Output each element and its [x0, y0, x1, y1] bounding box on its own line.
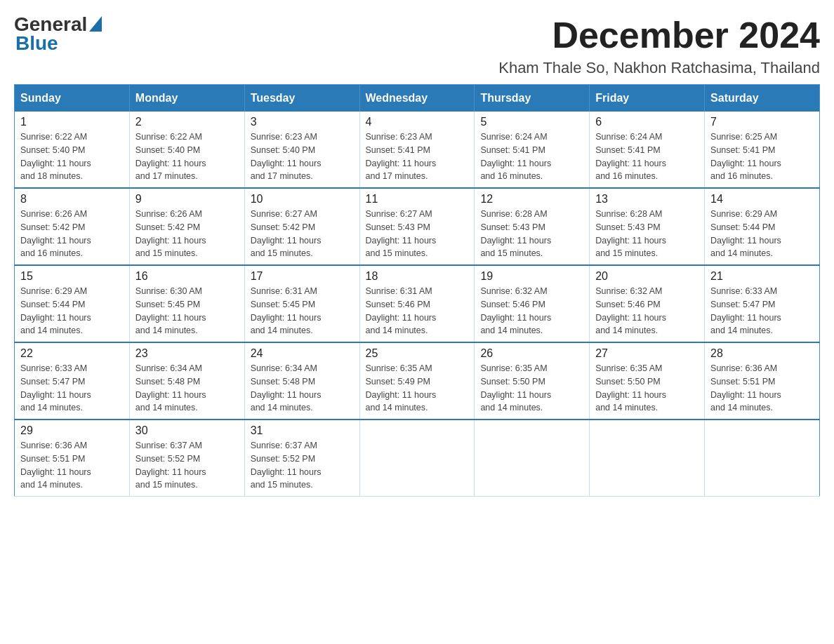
title-section: December 2024 Kham Thale So, Nakhon Ratc…	[498, 14, 820, 77]
day-number: 10	[251, 193, 354, 206]
calendar-day-cell: 5 Sunrise: 6:24 AMSunset: 5:41 PMDayligh…	[475, 112, 590, 188]
calendar-day-cell: 4 Sunrise: 6:23 AMSunset: 5:41 PMDayligh…	[359, 112, 475, 188]
day-number: 27	[595, 347, 699, 360]
calendar-day-cell: 25 Sunrise: 6:35 AMSunset: 5:49 PMDaylig…	[359, 342, 475, 420]
day-number: 5	[480, 116, 583, 128]
day-info: Sunrise: 6:26 AMSunset: 5:42 PMDaylight:…	[135, 208, 239, 260]
day-number: 9	[135, 193, 239, 206]
calendar-day-header: Saturday	[705, 85, 820, 112]
day-info: Sunrise: 6:26 AMSunset: 5:42 PMDaylight:…	[20, 208, 124, 260]
day-number: 1	[20, 116, 124, 128]
page-title: December 2024	[498, 14, 820, 56]
calendar-day-header: Monday	[129, 85, 244, 112]
day-info: Sunrise: 6:27 AMSunset: 5:42 PMDaylight:…	[251, 208, 354, 260]
day-info: Sunrise: 6:24 AMSunset: 5:41 PMDaylight:…	[480, 130, 583, 183]
day-number: 28	[710, 347, 814, 360]
day-info: Sunrise: 6:22 AMSunset: 5:40 PMDaylight:…	[135, 130, 239, 183]
day-info: Sunrise: 6:31 AMSunset: 5:46 PMDaylight:…	[366, 285, 469, 337]
day-number: 25	[366, 347, 469, 360]
calendar-day-header: Thursday	[475, 85, 590, 112]
day-info: Sunrise: 6:34 AMSunset: 5:48 PMDaylight:…	[251, 362, 354, 415]
calendar-day-cell: 21 Sunrise: 6:33 AMSunset: 5:47 PMDaylig…	[705, 265, 820, 342]
calendar-day-cell: 10 Sunrise: 6:27 AMSunset: 5:42 PMDaylig…	[244, 188, 359, 265]
calendar-day-cell: 15 Sunrise: 6:29 AMSunset: 5:44 PMDaylig…	[15, 265, 130, 342]
day-number: 3	[251, 116, 354, 128]
day-number: 21	[710, 270, 814, 283]
calendar-day-cell: 30 Sunrise: 6:37 AMSunset: 5:52 PMDaylig…	[129, 420, 244, 497]
day-number: 4	[366, 116, 469, 128]
calendar-day-cell: 9 Sunrise: 6:26 AMSunset: 5:42 PMDayligh…	[129, 188, 244, 265]
day-number: 22	[20, 347, 124, 360]
calendar-day-cell: 28 Sunrise: 6:36 AMSunset: 5:51 PMDaylig…	[705, 342, 820, 420]
day-number: 13	[595, 193, 699, 206]
calendar-day-cell: 1 Sunrise: 6:22 AMSunset: 5:40 PMDayligh…	[15, 112, 130, 188]
day-number: 19	[480, 270, 583, 283]
day-number: 26	[480, 347, 583, 360]
day-number: 30	[135, 424, 239, 437]
day-info: Sunrise: 6:32 AMSunset: 5:46 PMDaylight:…	[480, 285, 583, 337]
logo-triangle-icon	[89, 16, 102, 34]
day-info: Sunrise: 6:37 AMSunset: 5:52 PMDaylight:…	[251, 439, 354, 492]
day-info: Sunrise: 6:31 AMSunset: 5:45 PMDaylight:…	[251, 285, 354, 337]
day-number: 18	[366, 270, 469, 283]
day-info: Sunrise: 6:28 AMSunset: 5:43 PMDaylight:…	[595, 208, 699, 260]
calendar-day-header: Wednesday	[359, 85, 475, 112]
day-info: Sunrise: 6:35 AMSunset: 5:49 PMDaylight:…	[366, 362, 469, 415]
calendar-day-cell	[475, 420, 590, 497]
calendar-day-header: Sunday	[15, 85, 130, 112]
day-number: 31	[251, 424, 354, 437]
calendar-day-cell: 31 Sunrise: 6:37 AMSunset: 5:52 PMDaylig…	[244, 420, 359, 497]
calendar-day-cell: 16 Sunrise: 6:30 AMSunset: 5:45 PMDaylig…	[129, 265, 244, 342]
day-number: 29	[20, 424, 124, 437]
day-number: 6	[595, 116, 699, 128]
calendar-day-cell	[590, 420, 705, 497]
calendar-day-header: Friday	[590, 85, 705, 112]
calendar-day-header: Tuesday	[244, 85, 359, 112]
day-info: Sunrise: 6:30 AMSunset: 5:45 PMDaylight:…	[135, 285, 239, 337]
day-number: 15	[20, 270, 124, 283]
calendar-day-cell: 20 Sunrise: 6:32 AMSunset: 5:46 PMDaylig…	[590, 265, 705, 342]
day-info: Sunrise: 6:22 AMSunset: 5:40 PMDaylight:…	[20, 130, 124, 183]
day-info: Sunrise: 6:33 AMSunset: 5:47 PMDaylight:…	[710, 285, 814, 337]
day-number: 23	[135, 347, 239, 360]
logo: General Blue	[14, 14, 102, 55]
day-info: Sunrise: 6:23 AMSunset: 5:41 PMDaylight:…	[366, 130, 469, 183]
day-info: Sunrise: 6:32 AMSunset: 5:46 PMDaylight:…	[595, 285, 699, 337]
calendar-day-cell: 23 Sunrise: 6:34 AMSunset: 5:48 PMDaylig…	[129, 342, 244, 420]
svg-marker-0	[89, 16, 102, 32]
day-number: 14	[710, 193, 814, 206]
day-info: Sunrise: 6:29 AMSunset: 5:44 PMDaylight:…	[710, 208, 814, 260]
calendar-week-row: 1 Sunrise: 6:22 AMSunset: 5:40 PMDayligh…	[15, 112, 820, 188]
day-info: Sunrise: 6:36 AMSunset: 5:51 PMDaylight:…	[20, 439, 124, 492]
calendar-day-cell: 22 Sunrise: 6:33 AMSunset: 5:47 PMDaylig…	[15, 342, 130, 420]
calendar-day-cell: 27 Sunrise: 6:35 AMSunset: 5:50 PMDaylig…	[590, 342, 705, 420]
day-number: 16	[135, 270, 239, 283]
logo-blue-text: Blue	[14, 33, 102, 55]
calendar-day-cell: 13 Sunrise: 6:28 AMSunset: 5:43 PMDaylig…	[590, 188, 705, 265]
calendar-week-row: 8 Sunrise: 6:26 AMSunset: 5:42 PMDayligh…	[15, 188, 820, 265]
day-number: 17	[251, 270, 354, 283]
calendar-day-cell: 6 Sunrise: 6:24 AMSunset: 5:41 PMDayligh…	[590, 112, 705, 188]
day-info: Sunrise: 6:34 AMSunset: 5:48 PMDaylight:…	[135, 362, 239, 415]
calendar-day-cell: 3 Sunrise: 6:23 AMSunset: 5:40 PMDayligh…	[244, 112, 359, 188]
calendar-week-row: 15 Sunrise: 6:29 AMSunset: 5:44 PMDaylig…	[15, 265, 820, 342]
calendar-day-cell: 26 Sunrise: 6:35 AMSunset: 5:50 PMDaylig…	[475, 342, 590, 420]
calendar-day-cell	[359, 420, 475, 497]
calendar-table: SundayMondayTuesdayWednesdayThursdayFrid…	[14, 84, 820, 497]
page-subtitle: Kham Thale So, Nakhon Ratchasima, Thaila…	[498, 59, 820, 77]
day-number: 12	[480, 193, 583, 206]
calendar-header-row: SundayMondayTuesdayWednesdayThursdayFrid…	[15, 85, 820, 112]
calendar-day-cell: 29 Sunrise: 6:36 AMSunset: 5:51 PMDaylig…	[15, 420, 130, 497]
calendar-day-cell: 7 Sunrise: 6:25 AMSunset: 5:41 PMDayligh…	[705, 112, 820, 188]
day-info: Sunrise: 6:25 AMSunset: 5:41 PMDaylight:…	[710, 130, 814, 183]
day-info: Sunrise: 6:36 AMSunset: 5:51 PMDaylight:…	[710, 362, 814, 415]
day-number: 11	[366, 193, 469, 206]
day-number: 2	[135, 116, 239, 128]
calendar-day-cell	[705, 420, 820, 497]
day-number: 8	[20, 193, 124, 206]
day-info: Sunrise: 6:28 AMSunset: 5:43 PMDaylight:…	[480, 208, 583, 260]
day-info: Sunrise: 6:24 AMSunset: 5:41 PMDaylight:…	[595, 130, 699, 183]
day-info: Sunrise: 6:35 AMSunset: 5:50 PMDaylight:…	[595, 362, 699, 415]
day-info: Sunrise: 6:27 AMSunset: 5:43 PMDaylight:…	[366, 208, 469, 260]
calendar-day-cell: 8 Sunrise: 6:26 AMSunset: 5:42 PMDayligh…	[15, 188, 130, 265]
